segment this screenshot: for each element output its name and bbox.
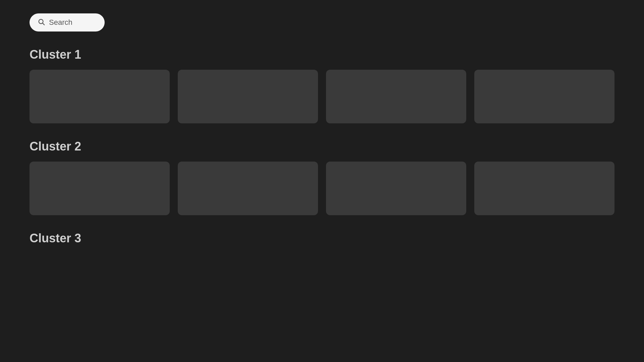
cluster-1-grid [30,70,614,123]
search-bar[interactable]: Search [30,13,105,32]
cluster-section-2: Cluster 2 [30,139,614,215]
cluster-section-3: Cluster 3 [30,231,614,245]
svg-line-1 [43,23,44,25]
cluster-1-card-1[interactable] [30,70,170,123]
cluster-2-card-3[interactable] [326,162,466,215]
cluster-2-card-2[interactable] [178,162,318,215]
search-input-label: Search [49,18,72,27]
search-icon [38,18,45,27]
cluster-1-card-4[interactable] [474,70,614,123]
cluster-section-1: Cluster 1 [30,48,614,123]
cluster-2-grid [30,162,614,215]
cluster-1-card-2[interactable] [178,70,318,123]
cluster-2-title: Cluster 2 [30,139,614,154]
cluster-2-card-1[interactable] [30,162,170,215]
main-container: Search Cluster 1 Cluster 2 Cluster 3 [0,0,644,275]
cluster-2-card-4[interactable] [474,162,614,215]
cluster-1-card-3[interactable] [326,70,466,123]
cluster-1-title: Cluster 1 [30,48,614,62]
cluster-3-title: Cluster 3 [30,231,614,245]
